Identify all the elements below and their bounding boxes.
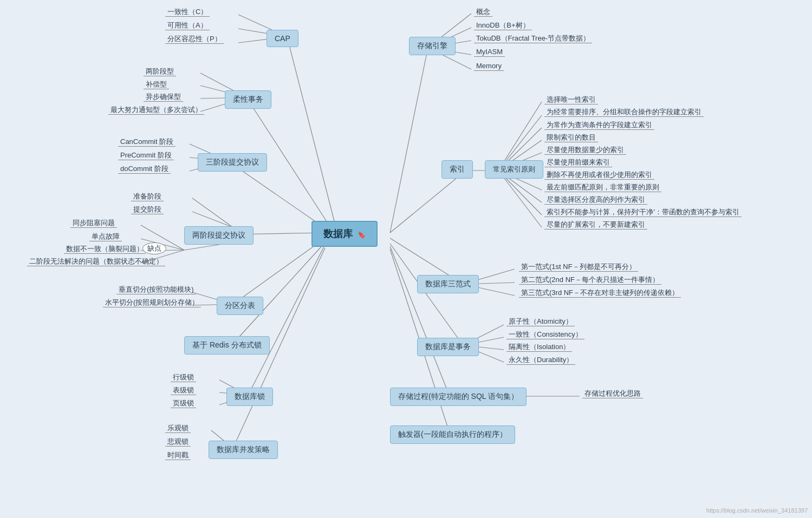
leaf-single-point: 单点故障 [89, 232, 122, 241]
db-lock-label: 数据库锁 [226, 388, 273, 406]
center-icon: 🔖 [358, 231, 366, 239]
leaf-isolation: 隔离性（Isolation） [506, 342, 572, 352]
svg-line-0 [390, 48, 428, 233]
leaf-extend-index: 尽量的扩展索引，不要新建索引 [544, 220, 647, 230]
cap-label: CAP [267, 30, 298, 47]
leaf-selectivity-index: 尽量选择区分度高的列作为索引 [544, 195, 647, 205]
leaf-best-effort: 最大努力通知型（多次尝试） [108, 105, 204, 115]
leaf-limit-index: 限制索引的数目 [544, 133, 598, 142]
leaf-timestamp: 时间戳 [165, 450, 191, 460]
leaf-stored-proc-opt: 存储过程优化思路 [582, 389, 643, 398]
index-node: 索引 [441, 160, 473, 179]
svg-line-28 [390, 246, 450, 396]
leaf-sort-index: 为经常需要排序、分组和联合操作的字段建立索引 [544, 107, 704, 117]
three-normal-node: 数据库三范式 [417, 275, 479, 293]
leaf-precommit: PreCommit 阶段 [118, 150, 174, 160]
leaf-1nf: 第一范式(1st NF－列都是不可再分） [519, 262, 638, 272]
watermark: https://blog.csdn.net/weixin_34181397 [706, 507, 808, 514]
leaf-delete-index: 删除不再使用或者很少使用的索引 [544, 170, 654, 180]
svg-line-55 [233, 242, 325, 344]
leaf-table-lock: 表级锁 [171, 385, 196, 395]
center-text: 数据库 [323, 228, 353, 239]
svg-line-18 [498, 171, 542, 227]
redis-lock-node: 基于 Redis 分布式锁 [184, 336, 270, 355]
storage-engine-label: 存储引擎 [409, 37, 456, 55]
leaf-page-lock: 页级锁 [171, 398, 196, 408]
leaf-query-index: 为常作为查询条件的字段建立索引 [544, 120, 654, 130]
trigger-node: 触发器(一段能自动执行的程序） [390, 425, 515, 444]
leaf-availability: 可用性（A） [165, 21, 210, 30]
index-principle-label: 常见索引原则 [485, 160, 543, 179]
concurrency-node: 数据库并发策略 [209, 441, 278, 459]
leaf-2phase-type: 两阶段型 [144, 67, 176, 76]
leaf-consistency-c: 一致性（C） [165, 7, 210, 17]
partition-node: 分区分表 [217, 297, 263, 315]
leaf-brain-split: 数据不一致（脑裂问题） [64, 244, 146, 254]
leaf-memory: Memory [474, 62, 504, 70]
leaf-pessimistic: 悲观锁 [165, 437, 191, 447]
leaf-horizontal-split: 水平切分(按照规则划分存储） [103, 298, 201, 307]
acid-node: 数据库是事务 [417, 338, 479, 356]
concurrency-label: 数据库并发策略 [209, 441, 278, 459]
stored-proc-node: 存储过程(特定功能的 SQL 语句集） [390, 388, 527, 406]
svg-line-23 [390, 244, 463, 345]
leaf-2nf: 第二范式(2nd NF－每个表只描述一件事情） [519, 275, 661, 285]
leaf-docommit: doCommit 阶段 [118, 164, 171, 174]
svg-line-52 [233, 238, 325, 304]
defect-node: 缺点 [142, 242, 166, 254]
storage-engine-node: 存储引擎 [409, 37, 456, 55]
index-label: 索引 [441, 160, 473, 179]
leaf-row-lock: 行级锁 [171, 372, 196, 382]
leaf-unique-index: 选择唯一性索引 [544, 95, 598, 104]
leaf-2phase-unresolved: 二阶段无法解决的问题（数据状态不确定） [27, 257, 165, 266]
db-lock-node: 数据库锁 [226, 388, 273, 406]
leaf-async-ensure: 异步确保型 [144, 92, 183, 102]
leaf-durability: 永久性（Durability） [506, 355, 575, 365]
leaf-prepare: 准备阶段 [131, 192, 164, 201]
index-principle-node: 常见索引原则 [485, 160, 543, 179]
leaf-no-calc-index: 索引列不能参与计算，保持列'干净'：带函数的查询不参与索引 [544, 207, 742, 217]
partition-label: 分区分表 [217, 297, 263, 315]
3phase-label: 三阶段提交协议 [198, 153, 267, 172]
leaf-sync-block: 同步阻塞问题 [70, 218, 117, 228]
leaf-commit-phase: 提交阶段 [131, 205, 164, 214]
leaf-partition-tolerance: 分区容忍性（P） [165, 34, 224, 44]
2phase-label: 两阶段提交协议 [184, 226, 254, 245]
2phase-node: 两阶段提交协议 [184, 226, 254, 245]
cap-node: CAP [267, 30, 298, 47]
center-node: 数据库 🔖 [311, 221, 378, 247]
soft-tx-node: 柔性事务 [225, 90, 271, 109]
svg-line-31 [287, 37, 336, 227]
center-label: 数据库 🔖 [311, 221, 378, 247]
leaf-consistency: 一致性（Consistency） [506, 330, 584, 339]
leaf-optimistic: 乐观锁 [165, 423, 191, 433]
leaf-atomicity: 原子性（Atomicity） [506, 317, 575, 326]
leaf-small-data-index: 尽量使用数据量少的索引 [544, 145, 626, 155]
leaf-myiasm: MyIASM [474, 48, 505, 56]
leaf-concept: 概念 [474, 7, 492, 17]
soft-tx-label: 柔性事务 [225, 90, 271, 109]
svg-line-45 [192, 198, 233, 227]
acid-label: 数据库是事务 [417, 338, 479, 356]
leaf-cancommit: CanCommit 阶段 [118, 137, 176, 147]
svg-line-6 [390, 171, 466, 233]
leaf-prefix-index: 尽量使用前缀来索引 [544, 158, 612, 167]
leaf-innodb: InnoDB（B+树） [474, 21, 532, 30]
leaf-leftmost-index: 最左前缀匹配原则，非常重要的原则 [544, 182, 661, 192]
leaf-compensation: 补偿型 [144, 80, 169, 89]
trigger-label: 触发器(一段能自动执行的程序） [390, 425, 515, 444]
3phase-node: 三阶段提交协议 [198, 153, 267, 172]
three-normal-label: 数据库三范式 [417, 275, 479, 293]
redis-lock-label: 基于 Redis 分布式锁 [184, 336, 270, 355]
svg-line-46 [192, 212, 233, 227]
leaf-vertical-split: 垂直切分(按照功能模块) [116, 285, 196, 294]
leaf-3nf: 第三范式(3rd NF－不存在对非主键列的传递依赖） [519, 288, 681, 298]
svg-line-56 [248, 245, 325, 395]
stored-proc-label: 存储过程(特定功能的 SQL 语句集） [390, 388, 527, 406]
leaf-tokudb: TokuDB（Fractal Tree-节点带数据） [474, 34, 592, 43]
